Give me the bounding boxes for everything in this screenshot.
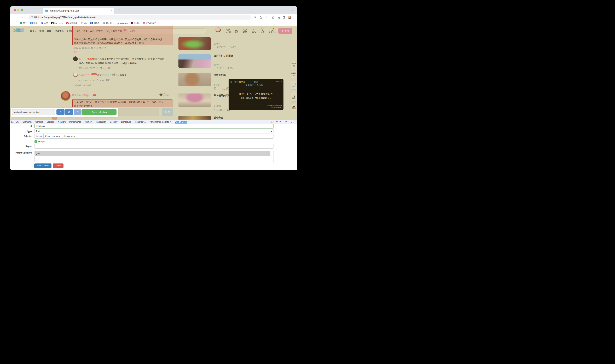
thumb-down-icon[interactable] (103, 67, 105, 70)
tab-search-chevron-icon[interactable]: ∨ (292, 8, 293, 11)
bookmark-item[interactable]: 地图 (20, 22, 27, 24)
share-icon[interactable] (260, 16, 262, 19)
bookmark-item[interactable]: aAmazon (117, 22, 128, 25)
type-select[interactable]: Text (34, 129, 274, 133)
data-preview-button[interactable]: Data preview (62, 134, 77, 138)
back-to-top-button[interactable]: 顶部 (291, 104, 297, 111)
devtools-more-icon[interactable]: ⋮ (290, 120, 293, 123)
search-icon[interactable] (201, 30, 203, 32)
reply-username[interactable]: 阮心丶 (79, 58, 85, 61)
recommend-thumbnail[interactable] (178, 73, 211, 86)
nav-feed[interactable]: ✦动态 (241, 28, 249, 33)
forward-icon[interactable]: → (18, 16, 21, 19)
select-button[interactable]: Select (35, 134, 44, 138)
feedback-button[interactable]: 新版反馈 (291, 61, 297, 68)
nav-bangumi[interactable]: 番剧 (39, 29, 44, 33)
card-title[interactable]: 跃动青春 (214, 116, 223, 119)
url-text[interactable]: bilibili.com/bangumi/play/ep779786?from_… (34, 16, 96, 19)
reply-avatar[interactable] (73, 56, 78, 61)
tab-close-icon[interactable]: × (111, 9, 112, 12)
tab-recorder[interactable]: Recorder (133, 120, 148, 124)
regex-input[interactable] (34, 144, 274, 149)
bookmark-item[interactable]: ▮My Leeds (51, 22, 63, 24)
bilibili-logo[interactable]: bilibili (13, 28, 24, 33)
bookmark-item[interactable]: SCIO国新办 (91, 22, 100, 24)
thumb-down-icon[interactable] (99, 47, 101, 49)
reply-button[interactable]: 回复 (105, 79, 110, 82)
nav-game-center[interactable]: 游戏中心 (55, 29, 64, 33)
maximize-window-button[interactable] (21, 9, 23, 11)
reply-button[interactable]: 回复 (103, 46, 106, 49)
done-selecting-button[interactable]: Done selecting (82, 109, 117, 115)
issues-indicator[interactable]: 25 (276, 121, 281, 123)
cancel-button[interactable]: Cancel (53, 163, 64, 168)
scraper-highlighted-comment[interactable]: 五条悟的珍贵之处，在于生为六眼拥有非人的力量，却始终站在人类一方。作者已经无 法… (72, 100, 172, 107)
scraper-parent-button[interactable]: P (56, 109, 65, 115)
scraper-sibling-button[interactable]: S (74, 109, 81, 115)
queue-list-icon[interactable] (278, 16, 280, 19)
inspect-element-icon[interactable] (11, 121, 14, 123)
bookmark-item[interactable]: NNetflix (131, 22, 140, 24)
pip-video-player[interactable]: 悟，唯一的存在 最强 是最强的五条猫猫 bilibili 正版 Q アナタにとっ… (229, 79, 284, 110)
key-icon[interactable] (254, 16, 257, 19)
nav-messages[interactable]: ✉消息 (233, 28, 240, 33)
scraper-selector-input[interactable]: .root-reply span.reply-content (12, 109, 55, 115)
nav-history[interactable]: ◷历史 (259, 28, 266, 33)
tab-console[interactable]: Console (33, 120, 45, 124)
refresh-icon[interactable]: ⟳ (23, 16, 25, 19)
more-menu-icon[interactable]: ⋮ (294, 16, 296, 19)
bookmark-item[interactable]: VVita (81, 22, 87, 24)
nav-creator-center[interactable]: ⚡创作中心 (268, 28, 277, 33)
thumb-up-icon[interactable] (96, 67, 99, 70)
tab-performance[interactable]: Performance (67, 120, 83, 124)
reply-button[interactable]: 回复 (107, 67, 111, 70)
recommend-thumbnail[interactable] (178, 54, 211, 68)
scraper-child-button[interactable]: C (65, 109, 73, 115)
devtools-close-icon[interactable]: × (294, 120, 296, 123)
back-icon[interactable]: ← (14, 16, 16, 19)
id-input[interactable]: comments (34, 124, 274, 129)
devtools-settings-icon[interactable]: ⚙ (285, 120, 287, 123)
tab-network[interactable]: Network (56, 120, 67, 124)
tab-security[interactable]: Security (108, 120, 119, 124)
new-tab-button[interactable]: + (118, 8, 120, 12)
mini-player-button[interactable]: 小窗 (291, 81, 297, 90)
customer-service-button[interactable]: 客服 (291, 92, 297, 102)
element-preview-button[interactable]: Element preview (44, 134, 62, 138)
tab-performance-insights[interactable]: Performance insights (148, 120, 173, 124)
parent-selector-item[interactable]: _root (35, 151, 270, 156)
device-toolbar-icon[interactable] (16, 121, 19, 123)
card-title[interactable]: 齐木楠雄的灾难 (214, 94, 230, 97)
nav-home[interactable]: 首页 ∨ (30, 29, 36, 33)
nav-vip[interactable]: 大大会员 (224, 28, 232, 33)
bookmark-item[interactable]: H5UHTML5 UP! (143, 22, 156, 24)
card-title[interactable]: 格莱普尼尔 (214, 73, 226, 77)
minimize-window-button[interactable] (17, 9, 19, 11)
address-bar[interactable]: bilibili.com/bangumi/play/ep779786?from_… (28, 15, 251, 20)
publish-button[interactable]: 发布 (162, 108, 173, 116)
save-selector-button[interactable]: Save selector (34, 163, 52, 168)
recommend-thumbnail[interactable] (178, 37, 211, 50)
reply-avatar[interactable] (73, 72, 78, 77)
tab-lighthouse[interactable]: Lighthouse (119, 120, 133, 124)
side-panel-icon[interactable] (283, 16, 285, 19)
bookmark-item[interactable]: 百百度 (41, 22, 48, 24)
bookmark-item[interactable]: MManCity (103, 22, 113, 24)
bookmark-star-icon[interactable]: ☆ (265, 16, 267, 19)
recommend-thumbnail[interactable] (178, 116, 211, 119)
browser-tab[interactable]: 咒术回战 第二季第9集-番剧-高清 × (43, 8, 114, 14)
comment-username[interactable]: 照镜子的小丑是jjxx (72, 94, 91, 97)
keyword-link[interactable]: 六眼 (104, 101, 109, 104)
thumb-down-icon[interactable] (102, 79, 104, 82)
extensions-puzzle-icon[interactable] (272, 16, 275, 19)
card-title[interactable]: 鬼灭之刃 刀匠村篇 (214, 54, 234, 57)
upload-button[interactable]: ↥投稿 (278, 28, 292, 34)
reply-username[interactable]: 八月あきみ (79, 73, 90, 76)
tab-application[interactable]: Application (94, 120, 108, 124)
mention-link[interactable]: @阮心丶 (102, 73, 112, 76)
view-more-replies-link[interactable]: 共9条回复, 点击查看 (72, 84, 91, 87)
comment-avatar-ornate[interactable] (61, 91, 70, 101)
nav-live[interactable]: 直播 (47, 29, 51, 33)
thumb-up-icon[interactable] (96, 79, 99, 82)
thumb-up-icon[interactable] (91, 47, 93, 49)
